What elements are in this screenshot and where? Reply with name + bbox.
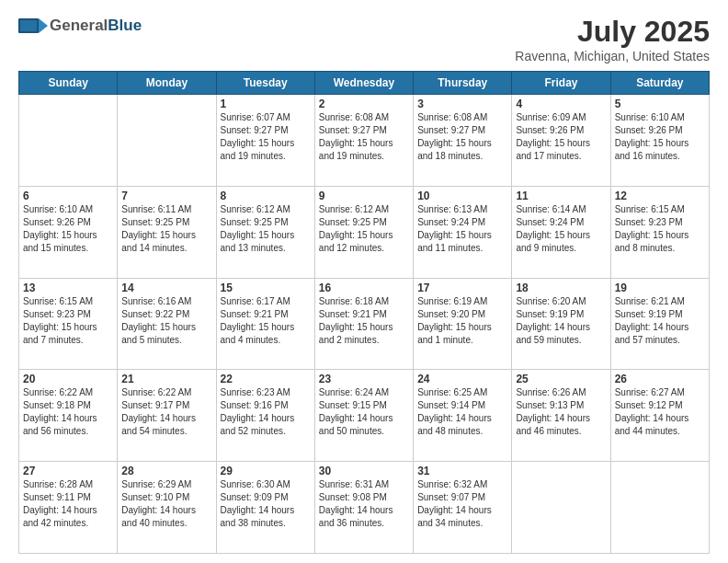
day-number: 2 — [319, 98, 409, 110]
day-info: Sunrise: 6:31 AM Sunset: 9:08 PM Dayligh… — [319, 478, 409, 530]
day-info: Sunrise: 6:25 AM Sunset: 9:14 PM Dayligh… — [417, 386, 507, 438]
location: Ravenna, Michigan, United States — [515, 49, 710, 63]
logo: General Blue — [18, 15, 142, 37]
calendar-cell — [512, 462, 610, 554]
day-number: 19 — [615, 282, 705, 294]
day-number: 27 — [23, 465, 113, 477]
calendar-cell — [610, 462, 709, 554]
weekday-header-thursday: Thursday — [414, 72, 512, 95]
calendar-cell: 17Sunrise: 6:19 AM Sunset: 9:20 PM Dayli… — [414, 278, 512, 370]
header: General Blue July 2025 Ravenna, Michigan… — [18, 15, 710, 63]
day-info: Sunrise: 6:08 AM Sunset: 9:27 PM Dayligh… — [319, 111, 409, 163]
calendar-cell: 3Sunrise: 6:08 AM Sunset: 9:27 PM Daylig… — [414, 95, 512, 187]
day-number: 20 — [23, 373, 113, 385]
calendar-cell: 29Sunrise: 6:30 AM Sunset: 9:09 PM Dayli… — [216, 462, 314, 554]
day-info: Sunrise: 6:15 AM Sunset: 9:23 PM Dayligh… — [615, 203, 705, 255]
logo-blue-text: Blue — [108, 17, 142, 35]
calendar-cell: 13Sunrise: 6:15 AM Sunset: 9:23 PM Dayli… — [19, 278, 118, 370]
day-info: Sunrise: 6:10 AM Sunset: 9:26 PM Dayligh… — [23, 203, 113, 255]
day-info: Sunrise: 6:14 AM Sunset: 9:24 PM Dayligh… — [516, 203, 606, 255]
day-info: Sunrise: 6:30 AM Sunset: 9:09 PM Dayligh… — [221, 478, 311, 530]
day-number: 1 — [221, 98, 311, 110]
day-info: Sunrise: 6:22 AM Sunset: 9:17 PM Dayligh… — [121, 386, 211, 438]
logo-general-text: General — [50, 17, 108, 35]
weekday-header-row: SundayMondayTuesdayWednesdayThursdayFrid… — [19, 72, 710, 95]
day-number: 26 — [615, 373, 705, 385]
day-number: 16 — [319, 282, 409, 294]
day-info: Sunrise: 6:23 AM Sunset: 9:16 PM Dayligh… — [221, 386, 311, 438]
day-info: Sunrise: 6:18 AM Sunset: 9:21 PM Dayligh… — [319, 295, 409, 347]
calendar-cell: 4Sunrise: 6:09 AM Sunset: 9:26 PM Daylig… — [512, 95, 610, 187]
weekday-header-monday: Monday — [118, 72, 216, 95]
day-info: Sunrise: 6:15 AM Sunset: 9:23 PM Dayligh… — [23, 295, 113, 347]
calendar-cell: 9Sunrise: 6:12 AM Sunset: 9:25 PM Daylig… — [314, 186, 413, 278]
day-number: 29 — [221, 465, 311, 477]
day-number: 5 — [615, 98, 705, 110]
day-info: Sunrise: 6:24 AM Sunset: 9:15 PM Dayligh… — [319, 386, 409, 438]
day-info: Sunrise: 6:28 AM Sunset: 9:11 PM Dayligh… — [23, 478, 113, 530]
logo-icon — [18, 15, 48, 37]
day-number: 30 — [319, 465, 409, 477]
calendar-cell: 22Sunrise: 6:23 AM Sunset: 9:16 PM Dayli… — [216, 370, 314, 462]
svg-marker-1 — [39, 18, 48, 33]
calendar-cell — [118, 95, 216, 187]
day-number: 21 — [121, 373, 211, 385]
calendar-cell: 23Sunrise: 6:24 AM Sunset: 9:15 PM Dayli… — [314, 370, 413, 462]
title-block: July 2025 Ravenna, Michigan, United Stat… — [515, 15, 710, 63]
day-number: 13 — [23, 282, 113, 294]
svg-rect-2 — [20, 20, 37, 31]
day-info: Sunrise: 6:16 AM Sunset: 9:22 PM Dayligh… — [121, 295, 211, 347]
calendar-cell: 1Sunrise: 6:07 AM Sunset: 9:27 PM Daylig… — [216, 95, 314, 187]
calendar-cell: 27Sunrise: 6:28 AM Sunset: 9:11 PM Dayli… — [19, 462, 118, 554]
weekday-header-friday: Friday — [512, 72, 610, 95]
calendar-cell: 20Sunrise: 6:22 AM Sunset: 9:18 PM Dayli… — [19, 370, 118, 462]
weekday-header-wednesday: Wednesday — [314, 72, 413, 95]
calendar-cell: 19Sunrise: 6:21 AM Sunset: 9:19 PM Dayli… — [610, 278, 709, 370]
calendar-cell: 26Sunrise: 6:27 AM Sunset: 9:12 PM Dayli… — [610, 370, 709, 462]
week-row-3: 13Sunrise: 6:15 AM Sunset: 9:23 PM Dayli… — [19, 278, 710, 370]
day-number: 17 — [417, 282, 507, 294]
day-info: Sunrise: 6:20 AM Sunset: 9:19 PM Dayligh… — [516, 295, 606, 347]
day-info: Sunrise: 6:12 AM Sunset: 9:25 PM Dayligh… — [319, 203, 409, 255]
calendar-cell: 10Sunrise: 6:13 AM Sunset: 9:24 PM Dayli… — [414, 186, 512, 278]
week-row-4: 20Sunrise: 6:22 AM Sunset: 9:18 PM Dayli… — [19, 370, 710, 462]
calendar-cell: 11Sunrise: 6:14 AM Sunset: 9:24 PM Dayli… — [512, 186, 610, 278]
day-number: 11 — [516, 190, 606, 202]
day-number: 25 — [516, 373, 606, 385]
day-info: Sunrise: 6:17 AM Sunset: 9:21 PM Dayligh… — [221, 295, 311, 347]
day-info: Sunrise: 6:09 AM Sunset: 9:26 PM Dayligh… — [516, 111, 606, 163]
calendar-cell: 2Sunrise: 6:08 AM Sunset: 9:27 PM Daylig… — [314, 95, 413, 187]
weekday-header-saturday: Saturday — [610, 72, 709, 95]
calendar-table: SundayMondayTuesdayWednesdayThursdayFrid… — [18, 71, 710, 554]
day-info: Sunrise: 6:26 AM Sunset: 9:13 PM Dayligh… — [516, 386, 606, 438]
day-number: 23 — [319, 373, 409, 385]
day-info: Sunrise: 6:19 AM Sunset: 9:20 PM Dayligh… — [417, 295, 507, 347]
calendar-cell: 15Sunrise: 6:17 AM Sunset: 9:21 PM Dayli… — [216, 278, 314, 370]
page: General Blue July 2025 Ravenna, Michigan… — [0, 0, 728, 563]
week-row-2: 6Sunrise: 6:10 AM Sunset: 9:26 PM Daylig… — [19, 186, 710, 278]
calendar-cell: 30Sunrise: 6:31 AM Sunset: 9:08 PM Dayli… — [314, 462, 413, 554]
month-title: July 2025 — [515, 15, 710, 49]
calendar-cell: 21Sunrise: 6:22 AM Sunset: 9:17 PM Dayli… — [118, 370, 216, 462]
calendar-cell: 28Sunrise: 6:29 AM Sunset: 9:10 PM Dayli… — [118, 462, 216, 554]
calendar-cell: 16Sunrise: 6:18 AM Sunset: 9:21 PM Dayli… — [314, 278, 413, 370]
day-info: Sunrise: 6:13 AM Sunset: 9:24 PM Dayligh… — [417, 203, 507, 255]
day-number: 22 — [221, 373, 311, 385]
day-number: 24 — [417, 373, 507, 385]
day-info: Sunrise: 6:32 AM Sunset: 9:07 PM Dayligh… — [417, 478, 507, 530]
week-row-5: 27Sunrise: 6:28 AM Sunset: 9:11 PM Dayli… — [19, 462, 710, 554]
calendar-cell: 5Sunrise: 6:10 AM Sunset: 9:26 PM Daylig… — [610, 95, 709, 187]
calendar-cell: 25Sunrise: 6:26 AM Sunset: 9:13 PM Dayli… — [512, 370, 610, 462]
day-info: Sunrise: 6:10 AM Sunset: 9:26 PM Dayligh… — [615, 111, 705, 163]
day-number: 18 — [516, 282, 606, 294]
day-info: Sunrise: 6:12 AM Sunset: 9:25 PM Dayligh… — [221, 203, 311, 255]
calendar-cell: 8Sunrise: 6:12 AM Sunset: 9:25 PM Daylig… — [216, 186, 314, 278]
weekday-header-sunday: Sunday — [19, 72, 118, 95]
calendar-cell: 12Sunrise: 6:15 AM Sunset: 9:23 PM Dayli… — [610, 186, 709, 278]
day-number: 15 — [221, 282, 311, 294]
day-number: 14 — [121, 282, 211, 294]
day-number: 10 — [417, 190, 507, 202]
day-info: Sunrise: 6:21 AM Sunset: 9:19 PM Dayligh… — [615, 295, 705, 347]
day-info: Sunrise: 6:08 AM Sunset: 9:27 PM Dayligh… — [417, 111, 507, 163]
day-number: 31 — [417, 465, 507, 477]
